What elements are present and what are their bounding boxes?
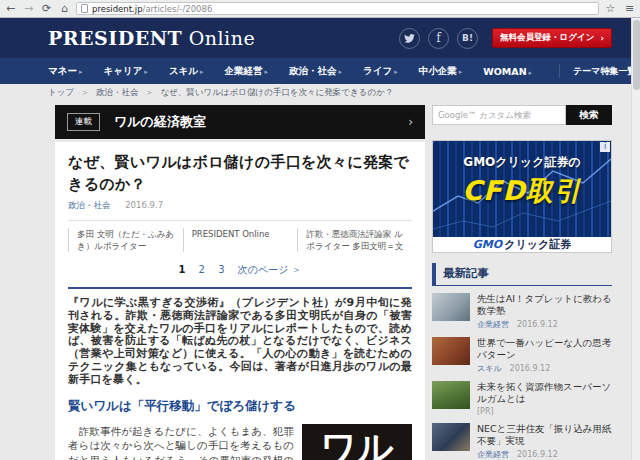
latest-article-item[interactable]: 未来を拓く資源作物スーパーソルガムとは [PR] [432,381,612,416]
article-category-link[interactable]: 政治・社会 [68,200,111,210]
breadcrumb-category[interactable]: 政治・社会 [96,87,139,97]
page-1-current: 1 [178,264,185,275]
latest-item-category[interactable]: 企業経営 [477,320,509,329]
latest-articles-heading: 最新記事 [432,263,612,286]
chevron-right-icon: ▸ [339,68,343,76]
forward-icon[interactable]: → [22,3,35,14]
url-host: president.jp [92,4,143,14]
chevron-right-icon: ▸ [394,68,398,76]
facebook-icon[interactable]: f [428,28,449,49]
article-thumbnail [432,423,470,451]
nav-item-skill[interactable]: スキル▸ [169,65,204,78]
latest-item-pr-badge: [PR] [477,407,494,416]
series-title: ワルの経済教室 [114,113,206,131]
latest-item-title: 未来を拓く資源作物スーパーソルガムとは [477,381,612,405]
divider [68,287,412,289]
latest-item-date: 2016.9.12 [510,364,551,373]
sidebar: 検索 GMOクリック証券の CFD取引 i GMO クリック証券 最新記事 先生… [432,105,612,460]
site-logo[interactable]: PRESIDENT Online [48,27,255,49]
page-3-link[interactable]: 3 [218,264,224,275]
breadcrumb-separator: ＞ [145,87,154,97]
nav-item-woman[interactable]: WOMAN▸ [483,66,532,77]
breadcrumb-home[interactable]: トップ [48,87,74,97]
reload-icon[interactable]: ⟳ [40,3,53,14]
nav-item-life[interactable]: ライフ▸ [363,65,398,78]
ad-text-line1: GMOクリック証券の [433,154,611,171]
nav-item-money[interactable]: マネー▸ [48,65,82,78]
site-nav: マネー▸ キャリア▸ スキル▸ 企業経営▸ 政治・社会▸ ライフ▸ 中小企業▸ … [0,58,640,84]
series-banner[interactable]: 連載 ワルの経済教室 › [55,105,425,139]
page-2-link[interactable]: 2 [199,264,205,275]
page-icon [81,4,88,13]
author-source: PRESIDENT Online [183,228,298,252]
latest-item-category[interactable]: 企業経営 [477,450,509,459]
latest-item-date: 2016.9.12 [517,450,558,459]
latest-article-item[interactable]: NECと三井住友「振り込み用紙不要」実現 企業経営2016.9.12 [432,423,612,460]
scrollbar-thumb[interactable] [633,20,640,90]
browser-menu-icon[interactable]: ≡ [623,3,636,14]
article-lead: 『ワルに学ぶ黒すぎる交渉術』（プレジデント社）が9月中旬に発刊される。詐欺・悪徳… [68,297,412,387]
article-thumbnail [432,337,470,365]
book-cover-title: ワル [320,424,394,460]
search-button[interactable]: 検索 [566,105,612,125]
latest-item-title: NECと三井住友「振り込み用紙不要」実現 [477,423,612,447]
search-box: 検索 [432,105,612,125]
breadcrumb: トップ ＞ 政治・社会 ＞ なぜ、賢いワルはボロ儲けの手口を次々に発案できるのか… [48,87,393,99]
chevron-right-icon: ▸ [79,68,83,76]
latest-item-title: 先生はAI！タブレットに教わる数学塾 [477,293,612,317]
article-title: なぜ、賢いワルはボロ儲けの手口を次々に発案できるのか？ [68,151,412,195]
pagination: 1 2 3 次のページ ＞ [68,263,412,277]
ad-advertiser-logo: GMO クリック証券 [433,237,611,252]
chevron-right-icon: › [408,115,413,129]
chevron-right-icon: ▸ [200,68,204,76]
hatena-icon[interactable]: B! [457,28,478,49]
bookmark-star-icon[interactable]: ☆ [604,3,617,14]
nav-item-management[interactable]: 企業経営▸ [225,65,269,78]
book-cover-image[interactable]: ワル [302,424,412,460]
ad-text-line2: CFD取引 [433,173,611,209]
latest-item-category[interactable]: スキル [477,364,502,373]
cfd-ad-banner[interactable]: GMOクリック証券の CFD取引 i GMO クリック証券 [432,140,612,253]
article-date: 2016.9.7 [125,200,163,210]
article-body: ワル 詐欺事件が起きるたびに、よくもまあ、犯罪者らは次々から次へと騙しの手口を考… [68,424,412,460]
ad-info-icon[interactable]: i [600,142,610,152]
twitter-icon[interactable] [399,28,420,49]
breadcrumb-separator: ＞ [81,87,90,97]
logo-president: PRESIDENT [48,27,182,49]
breadcrumb-current: なぜ、賢いワルはボロ儲けの手口を次々に発案できるのか？ [160,87,393,97]
latest-article-item[interactable]: 世界で一番ハッピーな人の思考パターン スキル2016.9.12 [432,337,612,374]
back-icon[interactable]: ← [4,3,17,14]
article-card: なぜ、賢いワルはボロ儲けの手口を次々に発案できるのか？ 政治・社会 2016.9… [55,142,425,460]
nav-item-politics[interactable]: 政治・社会▸ [289,65,342,78]
cta-chevron-icon: › [600,33,604,43]
latest-article-item[interactable]: 先生はAI！タブレットに教わる数学塾 企業経営2016.9.12 [432,293,612,330]
series-badge: 連載 [67,113,100,131]
next-page-link[interactable]: 次のページ ＞ [238,264,302,275]
chevron-right-icon: ▸ [144,68,148,76]
latest-item-title: 世界で一番ハッピーな人の思考パターン [477,337,612,361]
search-input[interactable] [432,105,566,125]
url-path: /articles/-/20086 [143,4,213,14]
author-credit: 詐欺・悪徳商法評論家 ルポライター 多田文明＝文 [297,228,412,252]
nav-link-theme-list[interactable]: テーマ特集一覧 [559,64,640,78]
nav-item-career[interactable]: キャリア▸ [103,65,147,78]
site-header: PRESIDENT Online f B! 無料会員登録・ログイン › [0,18,640,58]
chevron-right-icon: ▸ [265,68,269,76]
ad-image: GMOクリック証券の CFD取引 i [433,141,611,237]
home-icon[interactable]: ⌂ [58,3,71,14]
url-text: president.jp/articles/-/20086 [92,4,212,14]
latest-item-date: 2016.9.12 [517,320,558,329]
address-bar[interactable]: president.jp/articles/-/20086 [76,2,599,15]
article-meta: 政治・社会 2016.9.7 [68,200,412,212]
article-subheading: 賢いワルは「平行移動」でぼろ儲けする [68,398,412,415]
author-name[interactable]: 多田 文明（ただ・ふみあき）ルポライター [68,228,183,252]
browser-toolbar: ← → ⟳ ⌂ president.jp/articles/-/20086 ☆ … [0,0,640,18]
chevron-right-icon: ▸ [529,69,533,77]
article-thumbnail [432,293,470,321]
logo-online: Online [182,27,255,49]
gmo-logo-text-rest: クリック証券 [504,237,571,252]
author-row: 多田 文明（ただ・ふみあき）ルポライター PRESIDENT Online 詐欺… [68,220,412,252]
register-login-button[interactable]: 無料会員登録・ログイン › [492,28,612,48]
nav-item-sme[interactable]: 中小企業▸ [419,65,463,78]
scrollbar[interactable] [631,18,640,460]
